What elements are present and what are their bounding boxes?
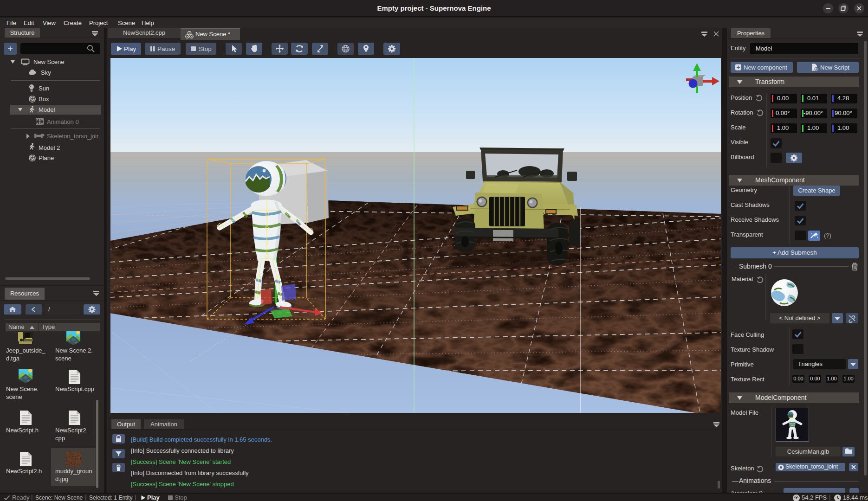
svg-text:Pause: Pause (157, 45, 175, 52)
svg-text:New Script: New Script (820, 64, 849, 71)
svg-text:Play: Play (124, 45, 136, 52)
svg-text:Stop: Stop (199, 45, 212, 52)
svg-text:New component: New component (744, 64, 787, 71)
